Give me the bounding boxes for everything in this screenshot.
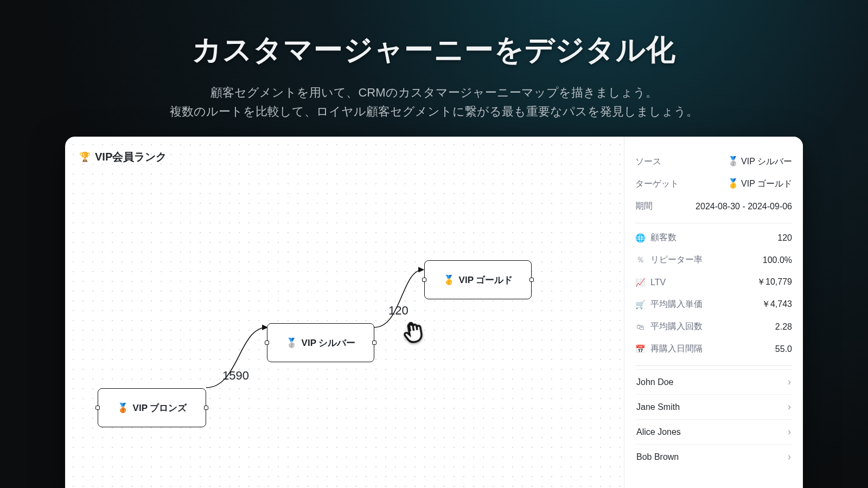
detail-period-value: 2024-08-30 - 2024-09-06 xyxy=(695,202,792,211)
metric-label: 再購入日間隔 xyxy=(650,343,703,355)
node-label: VIP ブロンズ xyxy=(133,402,187,414)
node-vip-gold[interactable]: 🥇 VIP ゴールド xyxy=(424,260,532,299)
node-port-left[interactable] xyxy=(422,278,426,282)
trophy-icon: 🏆 xyxy=(79,152,91,162)
gold-medal-icon: 🥇 xyxy=(727,178,739,189)
chevron-right-icon: › xyxy=(788,376,791,388)
edge-label-silver-gold: 120 xyxy=(388,304,409,318)
user-row[interactable]: Bob Brown › xyxy=(635,444,792,469)
hand-pointer-icon xyxy=(398,316,430,348)
metric-value-interval: 55.0 xyxy=(775,344,792,354)
metric-value-avg-count: 2.28 xyxy=(775,322,792,332)
node-label: VIP ゴールド xyxy=(459,274,513,286)
page-title: カスタマージャーニーをデジタル化 xyxy=(0,30,868,70)
detail-target-label: ターゲット xyxy=(635,178,679,190)
node-vip-bronze[interactable]: 🥉 VIP ブロンズ xyxy=(98,388,206,427)
node-port-right[interactable] xyxy=(204,406,208,410)
silver-medal-icon: 🥈 xyxy=(727,156,739,166)
calendar-icon: 📅 xyxy=(635,344,645,354)
user-name: John Doe xyxy=(636,377,674,387)
percent-icon: ％ xyxy=(635,255,645,265)
chart-icon: 📈 xyxy=(635,278,645,287)
node-label: VIP シルバー xyxy=(302,337,356,349)
metric-value-customers: 120 xyxy=(777,233,792,243)
page-subtitle-line2: 複数のルートを比較して、ロイヤル顧客セグメントに繋がる最も重要なパスを発見しまし… xyxy=(170,105,698,118)
canvas-title: 🏆 VIP会員ランク xyxy=(79,150,167,164)
pointer-hand-icon xyxy=(398,316,431,354)
journey-canvas[interactable]: 🏆 VIP会員ランク 🥉 VIP ブロンズ 🥈 VIP シルバー xyxy=(65,137,624,488)
user-name: Jane Smith xyxy=(636,402,680,412)
detail-source-value: VIP シルバー xyxy=(741,157,792,166)
metric-label: リピーター率 xyxy=(650,254,703,266)
user-name: Bob Brown xyxy=(636,452,679,462)
metric-label: 平均購入回数 xyxy=(650,321,703,332)
cart-icon: 🛒 xyxy=(635,300,645,310)
chevron-right-icon: › xyxy=(788,451,791,463)
user-row[interactable]: Alice Jones › xyxy=(635,419,792,444)
metric-value-ltv: ￥10,779 xyxy=(757,277,792,288)
metric-label: LTV xyxy=(650,278,666,287)
metric-label: 顧客数 xyxy=(650,232,676,243)
canvas-title-text: VIP会員ランク xyxy=(95,150,167,164)
silver-medal-icon: 🥈 xyxy=(286,338,297,348)
metric-value-avg-price: ￥4,743 xyxy=(762,299,792,310)
detail-target-value: VIP ゴールド xyxy=(741,179,792,188)
journey-card: 🏆 VIP会員ランク 🥉 VIP ブロンズ 🥈 VIP シルバー xyxy=(65,137,803,488)
user-name: Alice Jones xyxy=(636,427,681,437)
chevron-right-icon: › xyxy=(788,401,791,413)
user-row[interactable]: John Doe › xyxy=(635,369,792,394)
edge-label-bronze-silver: 1590 xyxy=(222,369,249,383)
node-port-right[interactable] xyxy=(372,341,376,345)
user-row[interactable]: Jane Smith › xyxy=(635,394,792,419)
bag-icon: 🛍 xyxy=(635,322,645,331)
bronze-medal-icon: 🥉 xyxy=(117,403,129,413)
node-port-left[interactable] xyxy=(95,406,100,410)
gold-medal-icon: 🥇 xyxy=(443,275,455,285)
globe-icon: 🌐 xyxy=(635,233,645,243)
node-vip-silver[interactable]: 🥈 VIP シルバー xyxy=(267,323,374,362)
metric-value-repeat-rate: 100.0% xyxy=(763,255,792,265)
detail-source-label: ソース xyxy=(635,156,661,168)
detail-period-label: 期間 xyxy=(635,201,653,212)
detail-panel: ソース 🥈 VIP シルバー ターゲット 🥇 VIP ゴールド 期間 2024-… xyxy=(624,137,803,488)
chevron-right-icon: › xyxy=(788,426,791,438)
node-port-left[interactable] xyxy=(265,341,269,345)
metric-label: 平均購入単価 xyxy=(650,299,703,310)
node-port-right[interactable] xyxy=(529,278,534,282)
edges-svg xyxy=(65,137,624,488)
page-subtitle-line1: 顧客セグメントを用いて、CRMのカスタマージャーニーマップを描きましょう。 xyxy=(210,86,657,99)
